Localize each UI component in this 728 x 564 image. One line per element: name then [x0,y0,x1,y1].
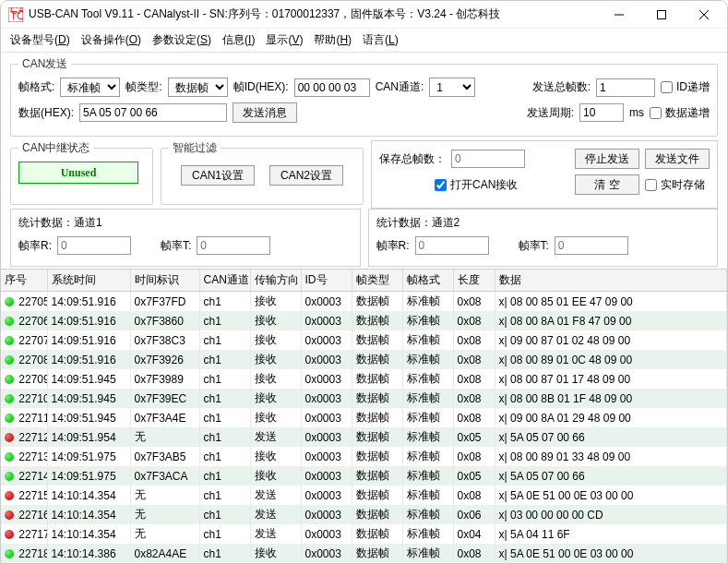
status-dot-icon [5,452,14,462]
cell: 0x08 [453,389,495,408]
cell: 0x82A4AE [130,544,199,563]
stats1-title: 统计数据：通道1 [18,215,352,231]
filter-group: 智能过滤 CAN1设置 CAN2设置 [161,140,364,205]
frame-type-select[interactable]: 数据帧 [168,78,228,97]
cell: x| 09 00 8A 01 29 48 09 00 [495,408,727,427]
column-header[interactable]: 系统时间 [47,270,130,292]
cell: 14:09:51.945 [47,389,130,408]
table-row[interactable]: 2270714:09:51.9160x7F38C3ch1接收0x0003数据帧标… [1,330,727,350]
minimize-button[interactable] [598,1,640,29]
cell: ch1 [199,350,250,369]
close-button[interactable] [683,1,725,29]
cell: 14:09:51.916 [47,292,130,312]
cell: 14:09:51.945 [47,369,130,389]
table-row[interactable]: 2270514:09:51.9160x7F37FDch1接收0x0003数据帧标… [1,292,727,312]
cell: 0x04 [453,524,495,544]
cell: 数据帧 [352,486,402,505]
cell: 0x0003 [301,292,352,312]
cell: 22712 [1,427,47,447]
can-channel-select[interactable]: 1 [429,78,475,97]
cell: x| 5A 04 11 6F [495,524,727,544]
cell: 0x08 [453,330,495,350]
cell: 数据帧 [352,524,402,544]
cell: 接收 [250,544,301,563]
save-total-value [451,150,525,168]
menu-item[interactable]: 显示(V) [266,30,303,50]
can2-settings-button[interactable]: CAN2设置 [269,165,343,186]
menu-item[interactable]: 帮助(H) [314,30,352,50]
cell: 接收 [250,466,301,486]
filter-legend: 智能过滤 [169,140,221,156]
can1-settings-button[interactable]: CAN1设置 [181,165,255,186]
maximize-button[interactable] [640,1,683,29]
cell: 22711 [1,408,47,427]
column-header[interactable]: 数据 [495,270,727,292]
status-dot-icon [5,317,14,326]
relay-status-legend: CAN中继状态 [18,140,93,156]
open-receive-checkbox[interactable]: 打开CAN接收 [435,177,518,193]
status-dot-icon [5,433,14,442]
stats2-t [555,236,628,255]
total-send-input[interactable] [596,78,655,97]
frame-format-select[interactable]: 标准帧 [60,78,120,97]
cell: 标准帧 [402,369,453,389]
table-row[interactable]: 2270914:09:51.9450x7F3989ch1接收0x0003数据帧标… [1,369,727,389]
stats2-r [415,236,489,255]
stop-send-button[interactable]: 停止发送 [575,149,639,169]
realtime-save-checkbox[interactable]: 实时存储 [645,177,710,193]
id-increment-checkbox[interactable]: ID递增 [661,79,710,95]
data-hex-input[interactable] [79,103,227,122]
column-header[interactable]: ID号 [301,270,352,292]
menu-item[interactable]: 参数设定(S) [152,30,211,50]
table-row[interactable]: 2271614:10:14.354无ch1发送0x0003数据帧标准帧0x06x… [1,505,727,524]
column-header[interactable]: 长度 [453,270,495,292]
cell: 14:10:14.386 [47,544,130,563]
column-header[interactable]: CAN通道 [199,270,250,292]
clear-button[interactable]: 清 空 [575,174,639,195]
table-row[interactable]: 2271414:09:51.9750x7F3ACAch1接收0x0003数据帧标… [1,466,727,486]
status-dot-icon [5,510,14,520]
cell: 0x7F3AB5 [130,447,199,466]
cell: x| 5A 05 07 00 66 [495,466,727,486]
menu-item[interactable]: 设备型号(D) [10,30,70,50]
column-header[interactable]: 序号 [1,270,47,292]
cell: 0x0003 [301,524,352,544]
table-row[interactable]: 2271014:09:51.9450x7F39ECch1接收0x0003数据帧标… [1,389,727,408]
cell: 14:09:51.916 [47,350,130,369]
table-row[interactable]: 2270614:09:51.9160x7F3860ch1接收0x0003数据帧标… [1,311,727,330]
relay-unused-button[interactable]: Unused [18,162,138,184]
table-row[interactable]: 2271314:09:51.9750x7F3AB5ch1接收0x0003数据帧标… [1,447,727,466]
cell: 接收 [250,330,301,350]
menu-item[interactable]: 信息(I) [222,30,255,50]
column-header[interactable]: 帧格式 [402,270,453,292]
send-period-input[interactable] [579,103,624,122]
cell: x| 08 00 89 01 33 48 09 00 [495,447,727,466]
cell: x| 08 00 87 01 17 48 09 00 [495,369,727,389]
status-dot-icon [5,375,14,384]
table-row[interactable]: 2271714:10:14.354无ch1发送0x0003数据帧标准帧0x04x… [1,524,727,544]
column-header[interactable]: 时间标识 [130,270,199,292]
data-increment-checkbox[interactable]: 数据递增 [650,105,710,121]
table-row[interactable]: 2270814:09:51.9160x7F3926ch1接收0x0003数据帧标… [1,350,727,369]
send-file-button[interactable]: 发送文件 [645,149,710,169]
cell: 发送 [250,524,301,544]
cell: 22708 [1,350,47,369]
column-header[interactable]: 传输方向 [250,270,301,292]
table-row[interactable]: 2271514:10:14.354无ch1发送0x0003数据帧标准帧0x08x… [1,486,727,505]
frame-id-label: 帧ID(HEX): [233,79,289,95]
send-message-button[interactable]: 发送消息 [233,102,297,123]
cell: 0x08 [453,292,495,312]
column-header[interactable]: 帧类型 [352,270,402,292]
cell: 标准帧 [402,408,453,427]
menu-item[interactable]: 设备操作(O) [81,30,141,50]
frame-id-input[interactable] [294,78,370,97]
cell: 22717 [1,524,47,544]
table-row[interactable]: 2271814:10:14.3860x82A4AEch1接收0x0003数据帧标… [1,544,727,563]
status-dot-icon [5,355,14,365]
table-row[interactable]: 2271214:09:51.954无ch1发送0x0003数据帧标准帧0x05x… [1,427,727,447]
cell: x| 5A 05 07 00 66 [495,427,727,447]
cell: 0x08 [453,369,495,389]
table-row[interactable]: 2271114:09:51.9450x7F3A4Ech1接收0x0003数据帧标… [1,408,727,427]
frame-format-label: 帧格式: [18,79,54,95]
menu-item[interactable]: 语言(L) [363,30,399,50]
